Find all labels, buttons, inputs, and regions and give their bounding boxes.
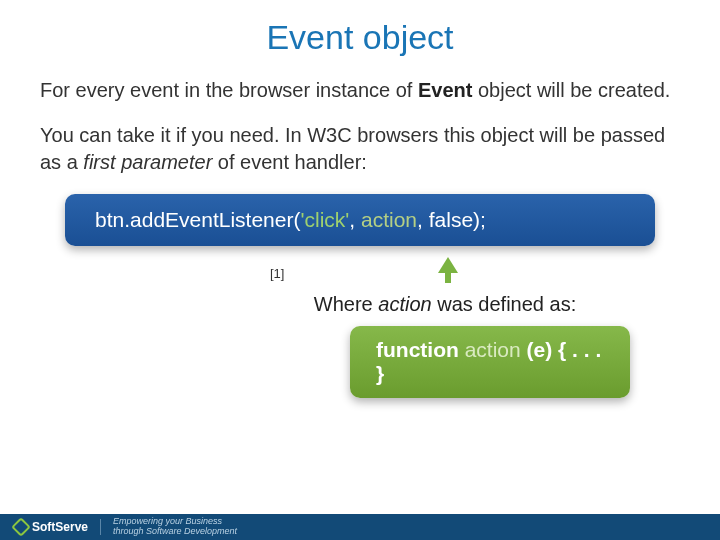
code-token: ,: [349, 208, 361, 231]
code-token: , false);: [417, 208, 486, 231]
arrow-stem: [445, 271, 451, 283]
text-em: first parameter: [83, 151, 212, 173]
text: object will be created.: [472, 79, 670, 101]
text: Where: [314, 293, 378, 315]
logo-icon: [11, 517, 31, 537]
brand-name: SoftServe: [32, 520, 88, 534]
slide-body: For every event in the browser instance …: [0, 77, 720, 398]
tagline-line-2: through Software Development: [113, 527, 237, 537]
footer-bar: SoftServe Empowering your Business throu…: [0, 514, 720, 540]
text: For every event in the browser instance …: [40, 79, 418, 101]
arrow-container: [40, 257, 680, 287]
code-token-identifier: action: [361, 208, 417, 231]
code-token-identifier: action: [459, 338, 527, 361]
paragraph-2: You can take it if you need. In W3C brow…: [40, 122, 680, 176]
brand-logo: SoftServe: [14, 520, 88, 534]
paragraph-1: For every event in the browser instance …: [40, 77, 680, 104]
divider: [100, 519, 101, 535]
slide-title: Event object: [0, 0, 720, 77]
code-token: btn.addEventListener(: [95, 208, 300, 231]
code-snippet-2: function action (e) { . . . }: [350, 326, 630, 398]
subline: Where action was defined as:: [210, 293, 680, 316]
text-strong: Event: [418, 79, 472, 101]
code-snippet-1: btn.addEventListener('click', action, fa…: [65, 194, 655, 246]
brand-tagline: Empowering your Business through Softwar…: [113, 517, 237, 537]
text: of event handler:: [212, 151, 367, 173]
code-token-keyword: function: [376, 338, 459, 361]
code-token-string: 'click': [300, 208, 349, 231]
text-em: action: [378, 293, 431, 315]
text: was defined as:: [432, 293, 577, 315]
